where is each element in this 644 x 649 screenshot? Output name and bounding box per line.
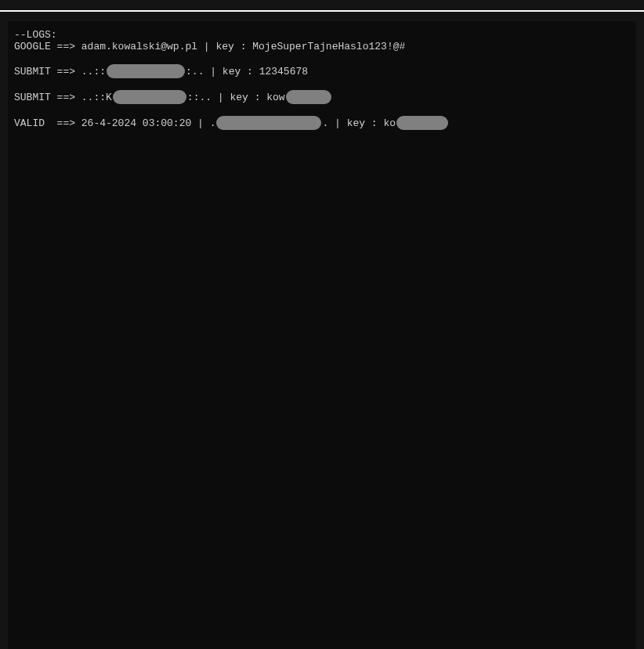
log-line-google: GOOGLE ==> adam.kowalski@wp.pl | key : M… [14,41,630,52]
redaction-block [113,90,186,104]
log-line-submit-1: SUBMIT ==> ..:: :.. | key : 12345678 [14,64,630,78]
spacer [14,52,630,64]
log-submit1-part1: SUBMIT ==> ..:: [14,66,106,78]
log-valid-part1: VALID ==> 26-4-2024 03:00:20 | . [14,117,215,129]
log-line-submit-2: SUBMIT ==> ..::K ::.. | key : kow [14,90,630,104]
log-valid-part2: . | key : ko [322,117,396,129]
log-submit1-part2: :.. | key : 12345678 [186,66,308,78]
log-header-text: --LOGS: [14,29,57,41]
redaction-block [107,64,185,78]
log-submit2-part2: ::.. | key : kow [187,92,285,103]
log-line-valid: VALID ==> 26-4-2024 03:00:20 | . . | key… [14,116,630,130]
redaction-block [216,116,321,130]
log-line-google-text: GOOGLE ==> adam.kowalski@wp.pl | key : M… [14,41,405,52]
terminal-output: --LOGS: GOOGLE ==> adam.kowalski@wp.pl |… [8,21,636,649]
log-submit2-part1: SUBMIT ==> ..::K [14,92,112,103]
top-divider-bar [0,0,644,12]
redaction-block [396,116,448,130]
spacer [14,78,630,90]
redaction-block [286,90,331,104]
spacer [14,104,630,116]
log-header: --LOGS: [14,29,630,41]
